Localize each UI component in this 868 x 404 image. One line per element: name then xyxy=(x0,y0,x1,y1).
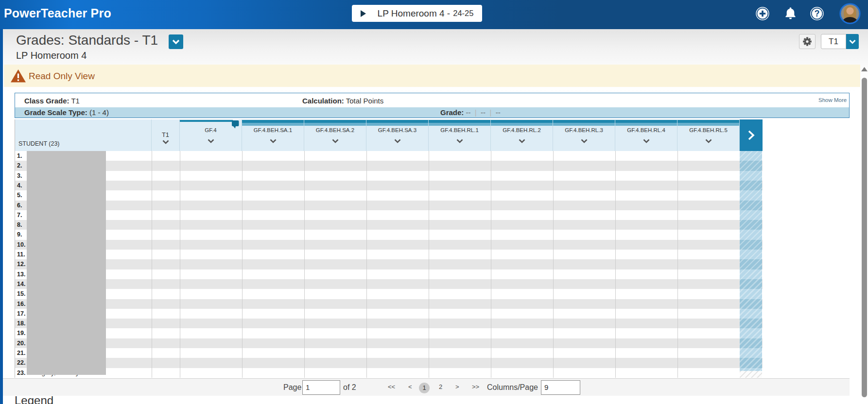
svg-text:?: ? xyxy=(815,9,820,18)
